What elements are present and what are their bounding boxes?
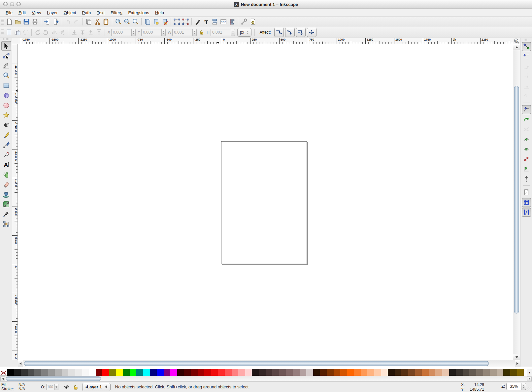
color-swatch[interactable] [497, 369, 504, 376]
lower-to-bottom[interactable] [70, 28, 78, 37]
vertical-ruler[interactable]: 17501500125010007505002500-250-500-750 [12, 44, 18, 360]
color-swatch[interactable] [388, 369, 395, 376]
color-swatch[interactable] [75, 369, 82, 376]
color-swatch[interactable] [150, 369, 157, 376]
layer-selector[interactable]: •Layer 1 [82, 383, 111, 391]
color-swatch[interactable] [429, 369, 436, 376]
snap-enable[interactable] [522, 42, 531, 51]
snap-cusp-nodes[interactable] [522, 135, 531, 144]
affect-transform-gradients[interactable] [285, 28, 295, 37]
color-swatch[interactable] [293, 369, 300, 376]
color-swatch[interactable] [116, 369, 123, 376]
color-swatch[interactable] [435, 369, 442, 376]
menu-item[interactable]: Text [94, 10, 108, 16]
deselect[interactable] [21, 28, 30, 37]
horizontal-ruler[interactable]: -1750-1500-1250-1000-750-500-25002505007… [18, 38, 513, 44]
cut[interactable] [93, 17, 102, 26]
tool-bezier-pen[interactable] [1, 140, 11, 150]
tool-connector[interactable] [1, 219, 11, 229]
snap-bbox-corners[interactable] [522, 72, 531, 81]
color-swatch[interactable] [395, 369, 402, 376]
toolbox-grip[interactable] [3, 38, 10, 40]
color-swatch[interactable] [456, 369, 463, 376]
color-swatch[interactable] [442, 369, 449, 376]
paste[interactable] [102, 17, 110, 26]
y-field[interactable]: 0.000 [141, 29, 161, 36]
h-field-spinner[interactable] [231, 29, 235, 36]
color-swatch[interactable] [367, 369, 374, 376]
tool-selector[interactable] [1, 41, 11, 51]
color-swatch[interactable] [422, 369, 429, 376]
menu-item[interactable]: Layer [44, 10, 61, 16]
color-swatch[interactable] [211, 369, 218, 376]
print-document[interactable] [31, 17, 39, 26]
opacity-field[interactable]: 100 [46, 384, 54, 390]
menu-item[interactable]: View [29, 10, 44, 16]
color-swatch[interactable] [136, 369, 143, 376]
color-swatch[interactable] [89, 369, 96, 376]
color-swatch[interactable] [286, 369, 293, 376]
copy[interactable] [84, 17, 93, 26]
layer-visibility-eye-icon[interactable] [62, 383, 70, 391]
scroll-down-button[interactable] [513, 354, 520, 360]
h-field[interactable]: 0.001 [211, 29, 231, 36]
color-swatch[interactable] [408, 369, 415, 376]
ungroup[interactable] [181, 17, 190, 26]
color-swatch[interactable] [48, 369, 55, 376]
close-button[interactable] [3, 2, 8, 6]
snap-page-border[interactable] [522, 188, 531, 197]
undo[interactable] [64, 17, 72, 26]
snap-bbox-edges[interactable] [522, 62, 531, 71]
create-clone[interactable] [152, 17, 160, 26]
tool-paint-bucket[interactable] [1, 189, 11, 199]
color-swatch[interactable] [34, 369, 41, 376]
color-swatch[interactable] [381, 369, 388, 376]
color-swatch[interactable] [143, 369, 150, 376]
menu-item[interactable]: Edit [16, 10, 29, 16]
color-swatch[interactable] [503, 369, 510, 376]
tool-eraser[interactable] [1, 180, 11, 189]
scroll-right-button[interactable] [515, 360, 520, 367]
snap-path-intersections[interactable] [522, 125, 531, 134]
color-swatch[interactable] [517, 369, 524, 376]
flip-horizontal[interactable] [50, 28, 58, 37]
color-swatch[interactable] [483, 369, 490, 376]
palette-scroll-thumb[interactable] [6, 376, 101, 381]
tool-3dbox[interactable] [1, 90, 11, 100]
color-swatch[interactable] [266, 369, 273, 376]
color-swatch[interactable] [238, 369, 245, 376]
toolbar-grip[interactable] [1, 18, 4, 25]
layers-dialog[interactable] [211, 17, 219, 26]
zoom-field[interactable]: 35% [506, 383, 521, 390]
preferences[interactable] [240, 17, 249, 26]
color-swatch[interactable] [401, 369, 408, 376]
zoom-button[interactable] [17, 2, 21, 6]
color-swatch[interactable] [510, 369, 517, 376]
color-swatch[interactable] [306, 369, 313, 376]
unit-dropdown[interactable]: px [237, 28, 251, 37]
affect-transform-patterns[interactable] [296, 28, 306, 37]
snap-bbox-centers[interactable] [522, 91, 531, 101]
color-swatch[interactable] [157, 369, 164, 376]
color-swatch[interactable] [361, 369, 368, 376]
color-swatch[interactable] [21, 369, 28, 376]
color-swatch[interactable] [469, 369, 476, 376]
rotate-ccw[interactable] [33, 28, 42, 37]
color-swatch[interactable] [313, 369, 320, 376]
affect-move-patterns[interactable] [274, 28, 284, 37]
color-swatch[interactable] [476, 369, 483, 376]
minimize-button[interactable] [10, 2, 14, 6]
tool-rectangle[interactable] [1, 81, 11, 90]
color-swatch[interactable] [204, 369, 211, 376]
color-swatch[interactable] [198, 369, 205, 376]
snap-object-centers[interactable] [522, 164, 531, 174]
tool-zoom[interactable] [1, 71, 11, 81]
redo[interactable] [72, 17, 81, 26]
save-document[interactable] [22, 17, 31, 26]
color-swatch[interactable] [272, 369, 279, 376]
color-swatch[interactable] [300, 369, 307, 376]
color-swatch[interactable] [259, 369, 266, 376]
document-properties[interactable] [249, 17, 257, 26]
fill-stroke-indicator[interactable]: Fill: N/A Stroke: N/A [1, 383, 38, 391]
color-swatch[interactable] [177, 369, 184, 376]
